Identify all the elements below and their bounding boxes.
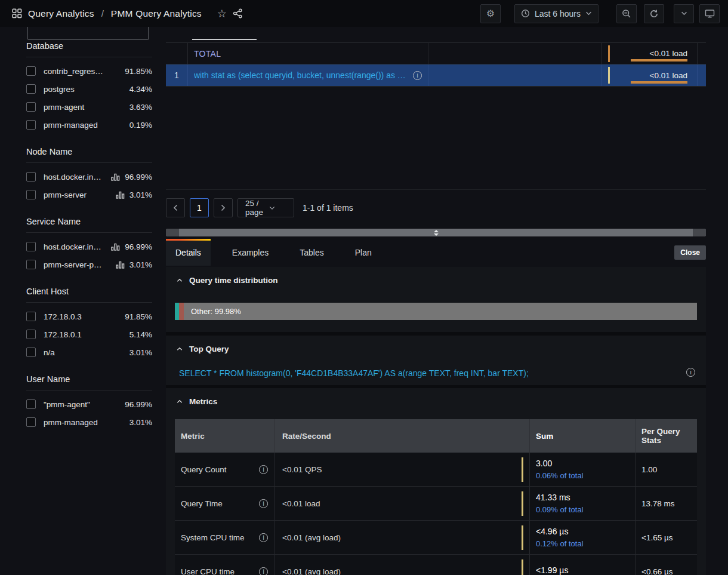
rate-sparkline xyxy=(522,491,523,516)
checkbox[interactable] xyxy=(26,66,36,76)
bar-chart-icon[interactable] xyxy=(116,261,125,269)
checkbox[interactable] xyxy=(26,399,36,409)
checkbox[interactable] xyxy=(26,348,36,357)
metric-sum-percent[interactable]: 0.12% of total xyxy=(536,539,584,548)
checkbox[interactable] xyxy=(26,242,36,251)
filter-item[interactable]: pmm-server 3.01% xyxy=(26,186,152,204)
breadcrumb-dashboard-title[interactable]: PMM Query Analytics xyxy=(111,8,202,19)
metrics-row-user-cpu-time: User CPU time <0.01 (avg load) <1.99 µs … xyxy=(175,555,697,575)
time-range-picker[interactable]: Last 6 hours xyxy=(514,4,599,23)
checkbox[interactable] xyxy=(26,120,36,130)
section-collapse-header[interactable]: Query time distribution xyxy=(166,267,706,285)
load-bar xyxy=(631,59,687,62)
metrics-row-query-time: Query Time <0.01 load 41.33 ms 0.09% of … xyxy=(175,487,697,521)
column-header-per-query-stats: Per Query Stats xyxy=(636,419,697,453)
filter-percent: 3.01% xyxy=(129,348,152,357)
filter-item[interactable]: postgres 4.34% xyxy=(26,80,152,98)
chevron-up-icon xyxy=(177,278,183,282)
close-button[interactable]: Close xyxy=(674,245,706,260)
filter-search-input[interactable] xyxy=(27,27,149,40)
filter-percent: 96.99% xyxy=(125,400,152,409)
filter-item[interactable]: host.docker.in… 96.99% xyxy=(26,168,152,186)
filter-label: contrib_regres… xyxy=(44,67,103,76)
filter-item[interactable]: n/a 3.01% xyxy=(26,343,152,361)
checkbox[interactable] xyxy=(26,102,36,112)
filter-percent: 4.34% xyxy=(129,85,152,94)
checkbox[interactable] xyxy=(26,172,36,182)
share-icon[interactable] xyxy=(233,8,243,19)
dashboard-settings-button[interactable]: ⚙ xyxy=(480,4,501,23)
checkbox[interactable] xyxy=(26,417,36,427)
time-range-label: Last 6 hours xyxy=(535,9,581,19)
bar-chart-icon[interactable] xyxy=(111,173,120,181)
query-time-distribution-bar: Other: 99.98% xyxy=(175,303,697,320)
filter-percent: 5.14% xyxy=(129,330,152,339)
distribution-segment-other: Other: 99.98% xyxy=(184,303,697,320)
info-icon[interactable] xyxy=(259,465,268,474)
metric-rate: <0.01 load xyxy=(282,499,320,508)
bar-chart-icon[interactable] xyxy=(116,191,125,199)
filter-percent: 3.01% xyxy=(129,260,152,269)
chevron-up-icon xyxy=(177,347,183,351)
info-icon[interactable] xyxy=(413,71,422,80)
distribution-segment-brown xyxy=(179,303,184,320)
query-fingerprint-link[interactable]: with stat as (select queryid, bucket, un… xyxy=(194,70,408,80)
filter-item[interactable]: pmm-agent 3.63% xyxy=(26,98,152,116)
filter-label: pmm-agent xyxy=(44,103,84,112)
refresh-button[interactable] xyxy=(644,4,664,23)
next-page-button[interactable] xyxy=(214,198,233,217)
column-header-sum: Sum xyxy=(530,419,636,453)
info-icon[interactable] xyxy=(686,368,695,377)
tab-plan[interactable]: Plan xyxy=(346,239,381,266)
zoom-out-button[interactable] xyxy=(616,4,637,23)
filter-label: pmm-server-p… xyxy=(44,260,102,269)
checkbox[interactable] xyxy=(26,330,36,339)
top-nav: Query Analytics / PMM Query Analytics ☆ … xyxy=(0,0,728,27)
metrics-row-system-cpu-time: System CPU time <0.01 (avg load) <4.96 µ… xyxy=(175,521,697,555)
tab-details[interactable]: Details xyxy=(166,239,211,266)
section-collapse-header[interactable]: Metrics xyxy=(166,388,706,406)
page-number-button[interactable]: 1 xyxy=(190,198,209,217)
kiosk-mode-button[interactable] xyxy=(699,4,720,23)
checkbox[interactable] xyxy=(26,84,36,94)
checkbox[interactable] xyxy=(26,312,36,321)
metric-sum-percent[interactable]: 0.09% of total xyxy=(536,505,584,514)
filter-section-title: User Name xyxy=(26,374,152,390)
filter-item[interactable]: pmm-managed 3.01% xyxy=(26,413,152,431)
filter-item[interactable]: pmm-server-p… 3.01% xyxy=(26,256,152,273)
filter-item[interactable]: contrib_regres… 91.85% xyxy=(26,62,152,80)
filter-item[interactable]: pmm-managed 0.19% xyxy=(26,116,152,134)
tab-examples[interactable]: Examples xyxy=(223,239,278,266)
load-bar xyxy=(631,81,687,84)
details-tabs-bar: Details Examples Tables Plan Close xyxy=(166,239,706,266)
query-row-selected[interactable]: 1 with stat as (select queryid, bucket, … xyxy=(166,64,706,87)
metric-sum-percent[interactable]: 0.06% of total xyxy=(536,471,584,480)
filter-item[interactable]: 172.18.0.1 5.14% xyxy=(26,325,152,343)
total-row[interactable]: TOTAL <0.01 load xyxy=(166,42,706,64)
prev-page-button[interactable] xyxy=(166,198,185,217)
checkbox[interactable] xyxy=(26,260,36,269)
star-icon[interactable]: ☆ xyxy=(217,8,227,19)
filter-section-client-host: Client Host 172.18.0.3 91.85% 172.18.0.1… xyxy=(26,287,152,361)
filter-item[interactable]: 172.18.0.3 91.85% xyxy=(26,308,152,325)
filter-item[interactable]: "pmm-agent" 96.99% xyxy=(26,395,152,413)
info-icon[interactable] xyxy=(259,567,268,575)
checkbox[interactable] xyxy=(26,190,36,199)
section-collapse-header[interactable]: Top Query xyxy=(166,336,706,353)
tab-tables[interactable]: Tables xyxy=(290,239,333,266)
filter-percent: 96.99% xyxy=(125,242,152,251)
info-icon[interactable] xyxy=(259,533,268,542)
breadcrumb-section[interactable]: Query Analytics xyxy=(28,8,94,19)
rate-sparkline xyxy=(522,457,523,482)
filter-section-service-name: Service Name host.docker.in… 96.99% xyxy=(26,217,152,273)
apps-grid-icon[interactable] xyxy=(12,8,22,19)
panel-resize-splitter[interactable] xyxy=(166,229,706,236)
refresh-interval-dropdown[interactable] xyxy=(674,4,694,23)
filter-item[interactable]: host.docker.in… 96.99% xyxy=(26,238,152,256)
bar-chart-icon[interactable] xyxy=(111,243,120,251)
page-size-select[interactable]: 25 / page xyxy=(237,198,294,217)
metric-name: System CPU time xyxy=(181,533,245,542)
info-icon[interactable] xyxy=(259,499,268,508)
clock-icon xyxy=(521,9,530,18)
tab-label: Plan xyxy=(355,248,372,257)
